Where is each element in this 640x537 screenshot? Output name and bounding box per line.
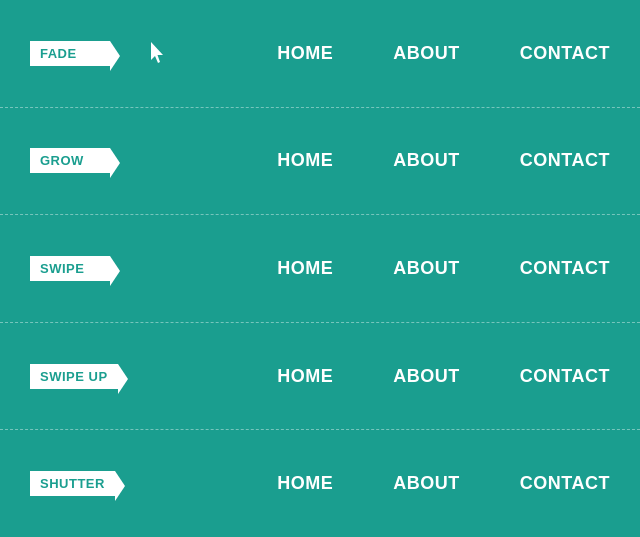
grow-row: GROWHOMEABOUTCONTACT bbox=[0, 108, 640, 216]
swipe-row: SWIPEHOMEABOUTCONTACT bbox=[0, 215, 640, 323]
nav-link-contact-1[interactable]: CONTACT bbox=[520, 43, 610, 64]
nav-link-about-1[interactable]: ABOUT bbox=[393, 43, 460, 64]
nav-links-1: HOMEABOUTCONTACT bbox=[277, 150, 610, 171]
label-badge-2[interactable]: SWIPE bbox=[30, 256, 110, 281]
cursor-icon bbox=[151, 42, 169, 64]
nav-links-4: HOMEABOUTCONTACT bbox=[277, 473, 610, 494]
nav-links-0: HOMEABOUTCONTACT bbox=[277, 43, 610, 64]
nav-link-about-5[interactable]: ABOUT bbox=[393, 473, 460, 494]
shutter-row: SHUTTERHOMEABOUTCONTACT bbox=[0, 430, 640, 537]
nav-link-home-2[interactable]: HOME bbox=[277, 150, 333, 171]
nav-link-about-2[interactable]: ABOUT bbox=[393, 150, 460, 171]
cursor-area bbox=[130, 42, 190, 64]
label-badge-4[interactable]: SHUTTER bbox=[30, 471, 115, 496]
rows-container: FADE HOMEABOUTCONTACTGROWHOMEABOUTCONTAC… bbox=[0, 0, 640, 537]
nav-link-about-3[interactable]: ABOUT bbox=[393, 258, 460, 279]
nav-links-3: HOMEABOUTCONTACT bbox=[277, 366, 610, 387]
label-badge-1[interactable]: GROW bbox=[30, 148, 110, 173]
nav-link-contact-2[interactable]: CONTACT bbox=[520, 150, 610, 171]
nav-link-contact-4[interactable]: CONTACT bbox=[520, 366, 610, 387]
nav-link-contact-3[interactable]: CONTACT bbox=[520, 258, 610, 279]
nav-link-home-1[interactable]: HOME bbox=[277, 43, 333, 64]
nav-link-home-3[interactable]: HOME bbox=[277, 258, 333, 279]
nav-link-about-4[interactable]: ABOUT bbox=[393, 366, 460, 387]
nav-links-2: HOMEABOUTCONTACT bbox=[277, 258, 610, 279]
swipe-up-row: SWIPE UPHOMEABOUTCONTACT bbox=[0, 323, 640, 431]
label-badge-3[interactable]: SWIPE UP bbox=[30, 364, 118, 389]
nav-link-contact-5[interactable]: CONTACT bbox=[520, 473, 610, 494]
fade-row: FADE HOMEABOUTCONTACT bbox=[0, 0, 640, 108]
nav-link-home-4[interactable]: HOME bbox=[277, 366, 333, 387]
nav-link-home-5[interactable]: HOME bbox=[277, 473, 333, 494]
label-badge-0[interactable]: FADE bbox=[30, 41, 110, 66]
